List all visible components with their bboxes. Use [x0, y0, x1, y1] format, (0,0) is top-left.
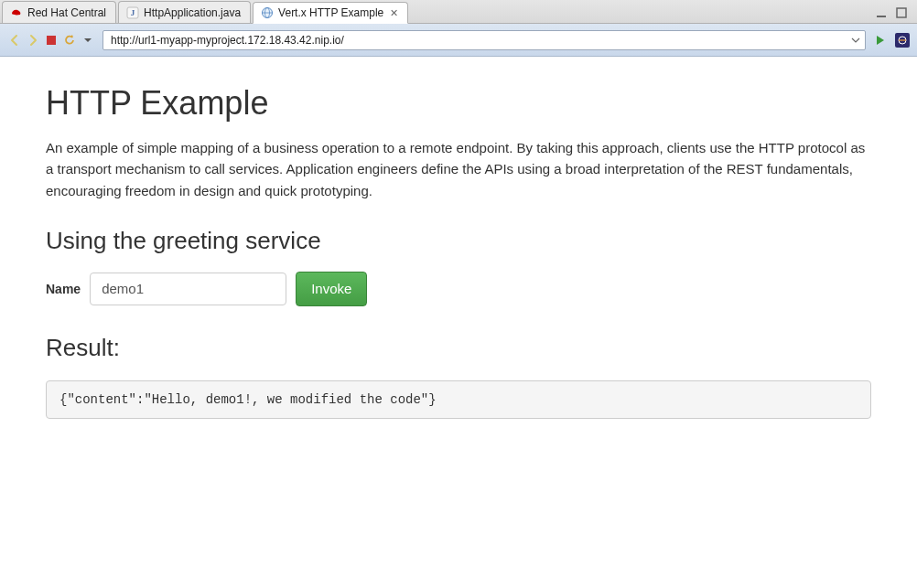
java-icon: J [126, 6, 139, 19]
minimize-icon[interactable] [875, 6, 888, 19]
globe-icon [261, 6, 274, 19]
history-dropdown-icon[interactable] [81, 33, 95, 48]
refresh-icon[interactable] [62, 33, 77, 48]
page-description: An example of simple mapping of a busine… [46, 137, 869, 201]
close-tab-icon[interactable]: ✕ [390, 7, 398, 19]
tab-label: Vert.x HTTP Example [278, 6, 383, 19]
result-heading: Result: [46, 334, 871, 362]
url-input[interactable] [111, 34, 850, 47]
stop-icon[interactable] [44, 33, 59, 48]
svg-rect-7 [47, 36, 56, 45]
url-bar[interactable] [102, 30, 866, 50]
name-label: Name [46, 282, 81, 296]
name-input[interactable] [90, 273, 286, 305]
tab-label: Red Hat Central [27, 6, 106, 19]
maximize-icon[interactable] [895, 6, 908, 19]
section-heading-greeting: Using the greeting service [46, 227, 871, 255]
eclipse-icon[interactable] [895, 33, 910, 48]
svg-rect-6 [897, 8, 906, 17]
go-icon[interactable] [873, 33, 888, 48]
tab-label: HttpApplication.java [144, 6, 241, 19]
redhat-icon [10, 6, 23, 19]
result-output: {"content":"Hello, demo1!, we modified t… [46, 380, 871, 419]
greeting-form: Name Invoke [46, 272, 871, 306]
nav-forward-icon[interactable] [26, 33, 40, 48]
page-title: HTTP Example [46, 84, 871, 123]
invoke-button[interactable]: Invoke [296, 272, 367, 306]
browser-content: HTTP Example An example of simple mappin… [0, 57, 917, 588]
tab-vertx-http-example[interactable]: Vert.x HTTP Example ✕ [253, 2, 408, 24]
tab-red-hat-central[interactable]: Red Hat Central [2, 1, 116, 23]
nav-back-icon[interactable] [7, 33, 22, 48]
tab-http-application-java[interactable]: J HttpApplication.java [118, 1, 251, 23]
browser-toolbar [0, 24, 917, 57]
editor-tab-bar: Red Hat Central J HttpApplication.java V… [0, 0, 917, 24]
url-dropdown-icon[interactable] [850, 33, 861, 48]
svg-text:J: J [131, 8, 135, 17]
svg-rect-5 [877, 16, 886, 17]
